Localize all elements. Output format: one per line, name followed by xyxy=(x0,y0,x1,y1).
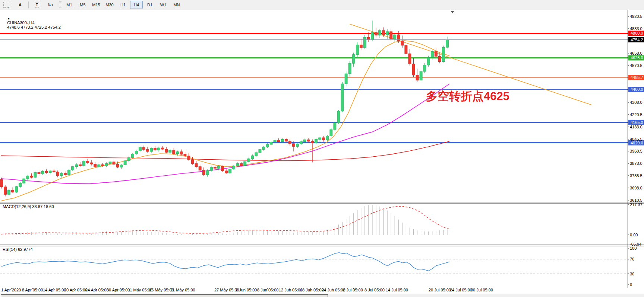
timeframe-button-group: M1M5M15M30H1H4D1W1MN xyxy=(63,1,183,9)
macd-signal-line xyxy=(1,206,450,234)
mt4-window: F A T ⇅ ▾ M1M5M15M30H1H4D1W1MN 4800.0462… xyxy=(0,0,644,297)
grid-icon: F xyxy=(3,2,9,8)
time-axis-label: 24 Apr 05:00 xyxy=(85,288,108,292)
chevron-down-icon: ▾ xyxy=(52,3,53,7)
insert-text-button[interactable]: A xyxy=(14,1,26,9)
price-level-badge-text: 4485.7 xyxy=(631,75,643,80)
toolbar: F A T ⇅ ▾ M1M5M15M30H1H4D1W1MN xyxy=(0,0,644,10)
symbol-name: CHINA300-,H4 xyxy=(7,20,34,25)
cycle-arrows-icon: ⇅ xyxy=(47,3,51,7)
time-axis-label: 2 Jun 05:00 xyxy=(236,288,257,292)
price-level-badge-text: 4165.0 xyxy=(631,120,643,125)
toolbar-drag-handle[interactable] xyxy=(59,1,61,8)
time-axis-label: 12 Jun 05:00 xyxy=(279,288,303,292)
letter-t-icon: T xyxy=(35,3,39,7)
time-axis-label: 20 Apr 05:00 xyxy=(64,288,87,292)
time-axis-label: 30 Jul 05:00 xyxy=(471,288,493,292)
timeframe-button-mn[interactable]: MN xyxy=(170,1,183,9)
chart-canvas[interactable]: 4800.04625.04485.74400.04165.04020.04920… xyxy=(0,0,644,297)
letter-a-icon: A xyxy=(19,3,22,7)
time-axis-label: 24 Jun 05:00 xyxy=(322,288,345,292)
ma-mid-line xyxy=(1,84,449,183)
price-tick-label: 3698.0 xyxy=(630,186,643,190)
price-tick-label: 4308.0 xyxy=(630,100,643,105)
price-tick-label: 3610.5 xyxy=(630,198,643,202)
chart-shift-marker-icon xyxy=(451,11,454,13)
rsi-tick-label: 0 xyxy=(630,282,632,287)
macd-indicator-label: MACD(12,26,9) 38.87 18.60 xyxy=(3,204,54,209)
macd-histogram xyxy=(1,205,447,235)
horizontal-scrollbar[interactable] xyxy=(0,294,644,297)
price-tick-label: 3960.5 xyxy=(630,149,643,153)
timeframe-button-h4[interactable]: H4 xyxy=(130,1,143,9)
price-tick-label: 4570.5 xyxy=(630,63,643,68)
timeframe-button-h1[interactable]: H1 xyxy=(117,1,129,9)
rsi-tick-label: 30 xyxy=(630,272,634,276)
timeframe-button-d1[interactable]: D1 xyxy=(143,1,156,9)
time-axis-label: 18 Jun 05:00 xyxy=(300,288,324,292)
macd-tick-label: -65.94 xyxy=(630,242,641,246)
time-axis-label: 1 Apr 2020 xyxy=(1,288,21,292)
timeframe-button-m30[interactable]: M30 xyxy=(103,1,116,9)
current-price-badge-text: 4754.2 xyxy=(631,38,643,42)
timeframe-button-m5[interactable]: M5 xyxy=(76,1,89,9)
rsi-indicator-label: RSI(14) 62.9774 xyxy=(3,247,33,252)
collapse-triangle-icon[interactable]: ▼ xyxy=(7,17,10,20)
text-label-button[interactable]: T xyxy=(31,1,43,9)
rsi-line xyxy=(1,253,449,271)
time-axis-label: 14 Jul 05:00 xyxy=(386,288,408,292)
time-axis-label: 21 May 05:00 xyxy=(170,288,195,292)
price-tick-label: 4220.5 xyxy=(630,112,643,117)
ma-slow-line xyxy=(1,141,449,161)
price-tick-label: 4658.0 xyxy=(630,51,643,55)
rsi-tick-label: 70 xyxy=(630,257,634,261)
time-axis-label: 2 Jul 05:00 xyxy=(343,288,363,292)
timeframe-button-m1[interactable]: M1 xyxy=(63,1,76,9)
price-tick-label: 4920.5 xyxy=(630,14,643,19)
time-axis-label: 14 Apr 05:00 xyxy=(43,288,66,292)
symbol-ohlc-label: ▼ CHINA300-,H4 4748.6 4773.2 4725.2 4754… xyxy=(3,12,61,34)
price-tick-label: 3785.5 xyxy=(630,173,643,178)
timeframe-button-m15[interactable]: M15 xyxy=(90,1,102,9)
chart-text-annotation[interactable]: 多空转折点4625 xyxy=(426,89,509,104)
pointer-grid-button[interactable]: F xyxy=(0,1,13,9)
ma-fast-line xyxy=(1,41,449,201)
price-tick-label: 4833.0 xyxy=(630,26,643,31)
toolbar-separator xyxy=(28,1,29,8)
time-axis-label: 11 May 05:00 xyxy=(128,288,152,292)
rsi-tick-label: 100 xyxy=(630,246,637,250)
time-axis-label: 24 Jul 05:00 xyxy=(450,288,472,292)
scrollbar-thumb[interactable] xyxy=(1,294,328,297)
time-axis-label: 30 Apr 05:00 xyxy=(107,288,130,292)
price-tick-label: 4133.0 xyxy=(630,125,643,129)
timeframe-button-w1[interactable]: W1 xyxy=(157,1,170,9)
candles-layer xyxy=(0,21,449,197)
time-axis-label: 8 Jul 05:00 xyxy=(364,288,385,292)
price-tick-label: 4045.5 xyxy=(630,137,643,141)
price-level-badge-text: 4400.0 xyxy=(631,87,643,92)
cycle-symbols-button[interactable]: ⇅ ▾ xyxy=(44,1,57,9)
time-axis-label: 20 Jul 05:00 xyxy=(429,288,451,292)
macd-tick-label: 217.37 xyxy=(630,202,643,207)
price-level-badge-text: 4625.0 xyxy=(631,55,643,60)
time-axis-label: 8 Jun 05:00 xyxy=(257,288,279,292)
price-level-badge-text: 4800.0 xyxy=(631,31,643,35)
price-tick-label: 3873.0 xyxy=(630,161,643,166)
ohlc-values: 4748.6 4773.2 4725.2 4754.2 xyxy=(7,25,61,29)
macd-tick-label: 0.00 xyxy=(630,233,638,237)
